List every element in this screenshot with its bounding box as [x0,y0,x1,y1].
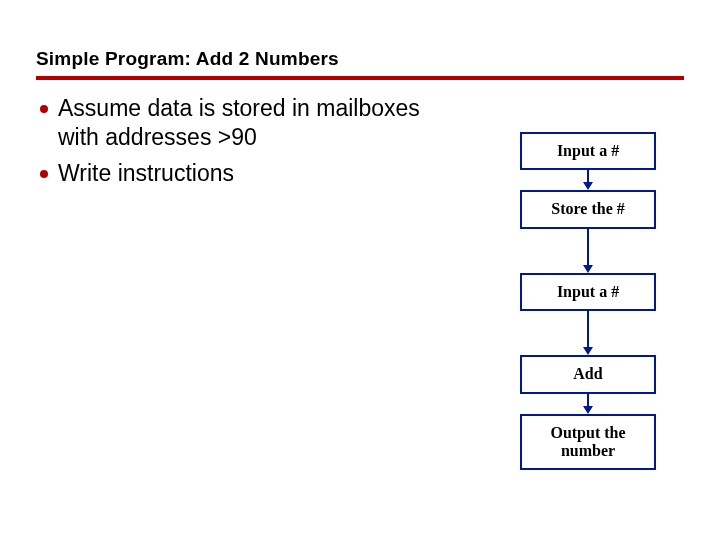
flow-step-input-2: Input a # [520,273,656,311]
flowchart: Input a # Store the # Input a # Add Outp… [520,132,656,470]
bullet-text: Assume data is stored in mailboxes with … [58,94,420,153]
bullet-item: Write instructions [40,159,420,188]
bullet-item: Assume data is stored in mailboxes with … [40,94,420,153]
flow-step-store: Store the # [520,190,656,228]
arrow-down-icon [520,311,656,355]
arrow-down-icon [520,394,656,414]
arrow-down-icon [520,170,656,190]
title-underline [36,76,684,80]
flow-step-input-1: Input a # [520,132,656,170]
bullet-list: Assume data is stored in mailboxes with … [40,94,420,194]
slide-body: Assume data is stored in mailboxes with … [36,94,684,524]
slide: Simple Program: Add 2 Numbers Assume dat… [0,0,720,540]
flow-step-output: Output the number [520,414,656,471]
bullet-text: Write instructions [58,159,234,188]
slide-title: Simple Program: Add 2 Numbers [36,48,684,70]
bullet-icon [40,170,48,178]
arrow-down-icon [520,229,656,273]
bullet-icon [40,105,48,113]
flow-step-add: Add [520,355,656,393]
